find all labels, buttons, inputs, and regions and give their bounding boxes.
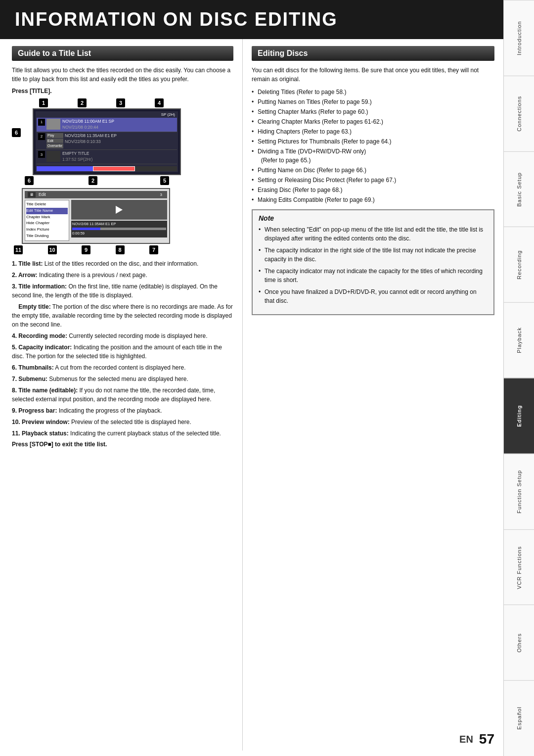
note-2: The capacity indicator may not indicate … [259, 267, 488, 284]
left-intro-text: Title list allows you to check the title… [12, 66, 233, 84]
submenu-list: Title Delete Edit Title Name Chapter Mar… [25, 200, 69, 241]
desc-6: 6. Thumbnails: A cut from the recorded c… [12, 363, 233, 372]
note-1: The capacity indicator in the right side… [259, 246, 488, 264]
desc-7: 7. Submenu: Submenus for the selected me… [12, 375, 233, 383]
sidebar-tab-others[interactable]: Others [504, 605, 534, 680]
submenu-content: Title Delete Edit Title Name Chapter Mar… [25, 200, 167, 241]
title-info-1: NOV/21/08 11:00AM E1 SP NOV/21/08 0:20:4… [62, 119, 176, 131]
sidebar-tab-introduction[interactable]: Introduction [504, 0, 534, 76]
menu-item-2: Edit Title Name [26, 208, 68, 214]
desc-1: 1. Title list: List of the titles record… [12, 259, 233, 268]
bullet-0: Deleting Titles (Refer to page 58.) [252, 88, 494, 96]
note-title: Note [259, 214, 488, 222]
page-footer: EN 57 [459, 731, 494, 747]
main-screen-row: 6 SP (2H) 1 [12, 108, 233, 185]
menu-item-6: Title Dividing [26, 233, 68, 239]
screen-inner: SP (2H) 1 NOV/21/08 11:00AM E1 SP NOV/21… [36, 111, 178, 172]
desc-11: 11. Playback status: Indicating the curr… [12, 429, 233, 438]
desc-5: 5. Capacity indicator: Indicating the po… [12, 343, 233, 361]
title-row-2: 2 Play Edit Overwrite NOV/22/08 11:35AM … [37, 132, 177, 150]
label-6: 6 [12, 128, 21, 137]
bullet-2: Setting Chapter Marks (Refer to page 60.… [252, 107, 494, 116]
left-column: Guide to a Title List Title list allows … [0, 39, 242, 751]
label-11: 11 [14, 245, 23, 254]
capacity-bar [37, 166, 177, 171]
bullet-8: Setting or Releasing Disc Protect (Refer… [252, 176, 494, 185]
bullet-5: Setting Pictures for Thumbnails (Refer t… [252, 137, 494, 146]
page-number: 57 [479, 731, 494, 747]
label-9: 9 [82, 245, 90, 254]
title-row-3: 3 EMPTY TITLE 1:37:52 SP(2Hr) [37, 150, 177, 164]
press-stop-label: Press [STOP■] to exit the title list. [12, 441, 233, 448]
label-6b: 6 [25, 176, 34, 185]
bullet-3: Clearing Chapter Marks (Refer to pages 6… [252, 117, 494, 126]
title-info-3: EMPTY TITLE 1:37:52 SP(2Hr) [62, 151, 176, 163]
bullet-7: Putting Name on Disc (Refer to page 66.) [252, 166, 494, 175]
edit-submenu-area: 🖥 Edit 3 Title Delete Edit Title Name Ch… [12, 188, 233, 254]
sidebar-tab-vcr-functions[interactable]: VCR Functions [504, 529, 534, 605]
sidebar-tab-playback[interactable]: Playback [504, 302, 534, 378]
bullet-9: Erasing Disc (Refer to page 68.) [252, 186, 494, 194]
menu-item-4: Hide Chapter [26, 220, 68, 227]
label-4: 4 [155, 98, 164, 107]
press-title-label: Press [TITLE]. [12, 88, 233, 94]
desc-10: 10. Preview window: Preview of the selec… [12, 418, 233, 426]
title-info-2: NOV/22/08 11:35AM E1 EP NOV/22/08 0:10:3… [65, 133, 176, 148]
menu-item-3: Chapter Mark [26, 214, 68, 221]
label-2: 2 [78, 98, 87, 107]
label-10: 10 [48, 245, 57, 254]
submenu-header: 🖥 Edit 3 [25, 191, 167, 198]
label-7: 7 [149, 245, 158, 254]
bullet-1: Putting Names on Titles (Refer to page 5… [252, 97, 494, 106]
label-2b: 2 [89, 176, 97, 185]
right-intro-text: You can edit discs for the following ite… [252, 66, 494, 84]
sidebar-tab-function-setup[interactable]: Function Setup [504, 454, 534, 529]
menu-item-1: Title Delete [26, 201, 68, 208]
note-bullets: When selecting "Edit" on pop-up menu of … [259, 225, 488, 305]
descriptions-list: 1. Title list: List of the titles record… [12, 259, 233, 438]
title-list-screen: SP (2H) 1 NOV/21/08 11:00AM E1 SP NOV/21… [33, 108, 181, 175]
bullet-6: Dividing a Title (DVD+RW/DVD-RW only) (R… [252, 147, 494, 165]
page-title: INFORMATION ON DISC EDITING [0, 0, 504, 39]
desc-3: 3. Title information: On the first line,… [12, 282, 233, 300]
sidebar-tab-basic-setup[interactable]: Basic Setup [504, 151, 534, 227]
desc-9: 9. Progress bar: Indicating the progress… [12, 406, 233, 415]
preview-info: NOV/2/08 11:35AM E1 EP 0:00:59 [71, 221, 167, 237]
left-section-heading: Guide to a Title List [12, 46, 233, 61]
label-8: 8 [116, 245, 125, 254]
right-column: Editing Discs You can edit discs for the… [242, 39, 503, 751]
label-3: 3 [116, 98, 125, 107]
thumbnail-1 [46, 119, 60, 130]
desc-4: 4. Recording mode: Currently selected re… [12, 331, 233, 340]
sidebar: Introduction Connections Basic Setup Rec… [503, 0, 534, 756]
label-5: 5 [160, 176, 169, 185]
preview-thumbnail [71, 200, 167, 220]
title-list-diagram: 1 2 3 4 6 SP (2H) [12, 98, 233, 254]
left-num-labels: 6 [12, 108, 23, 137]
en-badge: EN [459, 734, 473, 745]
submenu-preview: NOV/2/08 11:35AM E1 EP 0:00:59 [71, 200, 167, 241]
desc-8: 8. Title name (editable): If you do not … [12, 386, 233, 404]
title-row-1: 1 NOV/21/08 11:00AM E1 SP NOV/21/08 0:20… [37, 118, 177, 132]
note-0: When selecting "Edit" on pop-up menu of … [259, 225, 488, 243]
editing-bullets: Deleting Titles (Refer to page 58.) Putt… [252, 88, 494, 204]
menu-item-5: Index Picture [26, 227, 68, 233]
note-3: Once you have finalized a DVD+R/DVD-R, y… [259, 287, 488, 305]
right-section-heading: Editing Discs [252, 46, 494, 61]
desc-empty-title: Empty title: The portion of the disc whe… [12, 302, 233, 329]
note-box: Note When selecting "Edit" on pop-up men… [252, 209, 494, 315]
submenu-screen: 🖥 Edit 3 Title Delete Edit Title Name Ch… [22, 188, 170, 244]
progress-fill [72, 228, 100, 230]
desc-2: 2. Arrow: Indicating there is a previous… [12, 271, 233, 280]
submenu-num: 3 [158, 192, 164, 197]
sidebar-tab-editing[interactable]: Editing [504, 378, 534, 454]
bullet-10: Making Edits Compatible (Refer to page 6… [252, 195, 494, 204]
label-1: 1 [39, 98, 48, 107]
thumbnail-3 [46, 151, 60, 162]
bullet-4: Hiding Chapters (Refer to page 63.) [252, 127, 494, 136]
main-content: Guide to a Title List Title list allows … [0, 39, 503, 751]
sidebar-tab-connections[interactable]: Connections [504, 76, 534, 151]
sidebar-tab-recording[interactable]: Recording [504, 227, 534, 302]
sidebar-tab-espanol[interactable]: Español [504, 680, 534, 756]
progress-bar [72, 228, 166, 230]
